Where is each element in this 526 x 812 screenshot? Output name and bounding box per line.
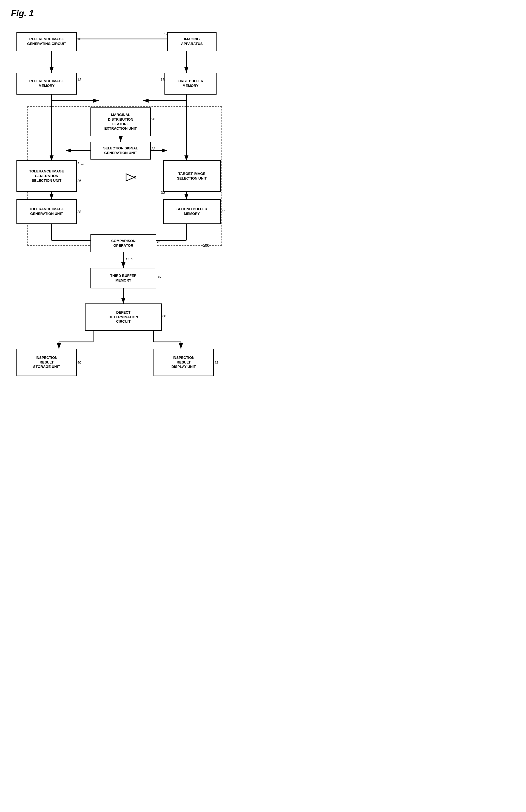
comparison-box: COMPARISON OPERATOR (90, 234, 156, 252)
insp-display-box: INSPECTION RESULT DISPLAY UNIT (154, 349, 214, 376)
triangle-symbol (125, 173, 136, 183)
second-buf-label: SECOND BUFFER MEMORY (176, 207, 207, 216)
imaging-apparatus-box: IMAGING APPARATUS (167, 32, 217, 51)
comparison-label: COMPARISON OPERATOR (111, 239, 136, 248)
ref-img-gen-label: REFERENCE IMAGE GENERATING CIRCUIT (27, 37, 66, 46)
sel-sig-gen-box: SELECTION SIGNAL GENERATION UNIT (90, 142, 151, 160)
svg-marker-30 (126, 174, 134, 181)
ref-img-mem-box: REFERENCE IMAGE MEMORY (16, 73, 77, 95)
third-buf-id: 36 (157, 275, 161, 279)
target-img-sel-box: TARGET IMAGE SELECTION UNIT (163, 160, 221, 192)
tol-img-sel-label: TOLERANCE IMAGE GENERATION SELECTION UNI… (29, 169, 64, 183)
marginal-label: MARGINAL DISTRIBUTION FEATURE EXTRACTION… (104, 113, 137, 131)
ssel-label: Ssel (78, 161, 84, 166)
tol-img-gen-id: 28 (77, 210, 81, 214)
ref-img-gen-circuit-box: REFERENCE IMAGE GENERATING CIRCUIT (16, 32, 77, 51)
insp-storage-id: 40 (77, 361, 81, 365)
ref-img-mem-label: REFERENCE IMAGE MEMORY (29, 79, 64, 88)
insp-display-id: 42 (214, 361, 218, 365)
tol-img-gen-label: TOLERANCE IMAGE GENERATION UNIT (29, 207, 64, 216)
target-img-sel-label: TARGET IMAGE SELECTION UNIT (177, 172, 207, 181)
first-buf-label: FIRST BUFFER MEMORY (178, 79, 203, 88)
insp-display-label: INSPECTION RESULT DISPLAY UNIT (172, 356, 196, 369)
tol-img-sel-box: TOLERANCE IMAGE GENERATION SELECTION UNI… (16, 160, 77, 192)
tol-img-sel-id: 26 (77, 179, 81, 183)
system-id-100: 100 (203, 243, 209, 248)
sub-label: Sub (126, 257, 132, 261)
first-buf-id: 16 (161, 77, 164, 82)
ref-img-gen-id: 10 (77, 37, 81, 41)
marginal-id: 20 (151, 117, 155, 121)
tol-img-gen-box: TOLERANCE IMAGE GENERATION UNIT (16, 199, 77, 224)
second-buf-id: 32 (221, 210, 225, 214)
defect-det-box: DEFECT DETERMINATION CIRCUIT (85, 303, 162, 331)
imaging-app-label: IMAGING APPARATUS (181, 37, 203, 46)
marginal-dist-box: MARGINAL DISTRIBUTION FEATURE EXTRACTION… (90, 107, 151, 136)
third-buf-box: THIRD BUFFER MEMORY (90, 268, 156, 288)
sel-sig-label: SELECTION SIGNAL GENERATION UNIT (103, 146, 138, 156)
comparison-id: 34 (157, 239, 161, 244)
first-buf-box: FIRST BUFFER MEMORY (164, 73, 217, 95)
ref-img-mem-id: 12 (77, 77, 81, 82)
second-buf-box: SECOND BUFFER MEMORY (163, 199, 221, 224)
figure-title: Fig. 1 (11, 8, 230, 18)
sel-sig-id: 22 (151, 147, 155, 151)
insp-storage-label: INSPECTION RESULT STORAGE UNIT (33, 356, 60, 369)
defect-det-label: DEFECT DETERMINATION CIRCUIT (108, 310, 138, 324)
defect-det-id: 38 (162, 314, 166, 318)
insp-storage-box: INSPECTION RESULT STORAGE UNIT (16, 349, 77, 376)
third-buf-label: THIRD BUFFER MEMORY (110, 274, 136, 283)
